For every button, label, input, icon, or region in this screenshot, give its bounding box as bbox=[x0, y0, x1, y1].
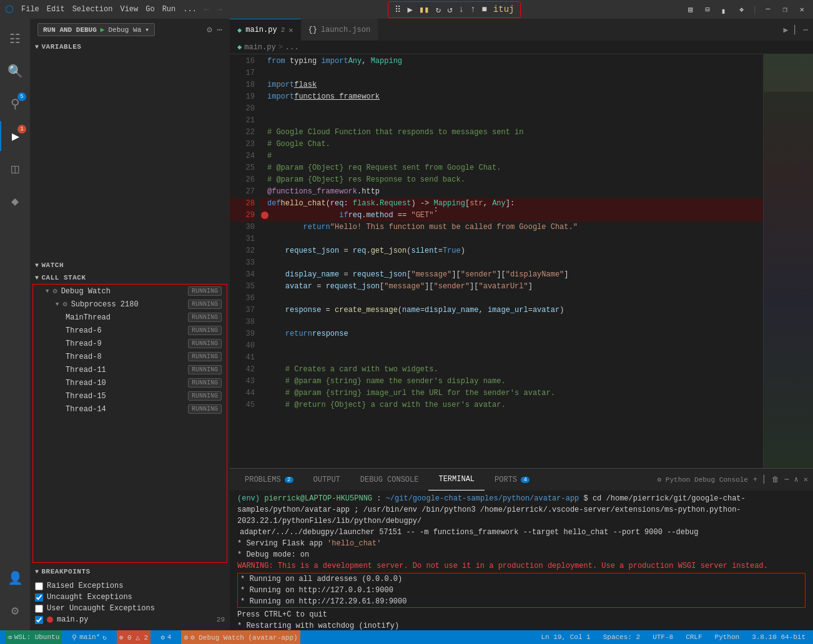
customize-layout-button[interactable]: ❖ bbox=[736, 4, 747, 16]
minimize-button[interactable]: ─ bbox=[762, 4, 774, 15]
maximize-button[interactable]: ❐ bbox=[779, 4, 791, 16]
terminal-more-button[interactable]: ⋯ bbox=[784, 475, 789, 484]
nav-back-button[interactable]: ← bbox=[202, 3, 212, 16]
new-terminal-button[interactable]: + bbox=[753, 476, 757, 484]
run-code-button[interactable]: ▶ bbox=[784, 25, 789, 35]
terminal-maximize-button[interactable]: ∧ bbox=[794, 475, 799, 484]
terminal-line-3: * Serving Flask app 'hello_chat' bbox=[237, 538, 806, 549]
callstack-item-thread6[interactable]: Thread-6 RUNNING bbox=[33, 324, 227, 337]
panel-tab-terminal[interactable]: TERMINAL bbox=[428, 469, 485, 490]
breakpoints-section-header[interactable]: ▼ BREAKPOINTS bbox=[30, 565, 230, 578]
debug-step-over-button[interactable]: ↺ bbox=[445, 3, 455, 16]
panel-tab-output[interactable]: OUTPUT bbox=[303, 469, 350, 490]
status-position[interactable]: Ln 19, Col 1 bbox=[539, 630, 593, 644]
raised-exceptions-checkbox[interactable] bbox=[35, 582, 43, 590]
menu-run[interactable]: Run bbox=[162, 5, 176, 14]
panel-tab-ports[interactable]: PORTS 4 bbox=[485, 469, 540, 490]
callstack-item-thread15[interactable]: Thread-15 RUNNING bbox=[33, 389, 227, 402]
terminal-close-button[interactable]: ✕ bbox=[804, 475, 808, 484]
status-python-version[interactable]: 3.8.10 64-bit bbox=[749, 630, 808, 644]
tab-main-py[interactable]: ◆ main.py 2 ✕ bbox=[230, 19, 301, 41]
status-language[interactable]: Python bbox=[712, 630, 742, 644]
source-control-badge: 5 bbox=[17, 92, 26, 101]
debug-step-out-button[interactable]: ↑ bbox=[468, 3, 478, 16]
thread11-status-badge: RUNNING bbox=[188, 365, 222, 374]
code-content[interactable]: from typing import Any, Mapping import f… bbox=[260, 54, 763, 468]
debug-restart-button[interactable]: ↻ bbox=[433, 3, 443, 16]
callstack-item-mainthread[interactable]: MainThread RUNNING bbox=[33, 311, 227, 324]
menu-edit[interactable]: Edit bbox=[47, 5, 65, 14]
watch-section-header[interactable]: ▼ WATCH bbox=[30, 259, 230, 271]
menu-go[interactable]: Go bbox=[145, 5, 154, 14]
callstack-section: ▼ CALL STACK ▼ ⚙ Debug Watch RUNNING ▼ ⚙ bbox=[30, 271, 230, 565]
code-line-31 bbox=[260, 233, 763, 245]
status-line-ending[interactable]: CRLF bbox=[683, 630, 704, 644]
activity-item-source-control[interactable]: ⚲ 5 bbox=[0, 89, 30, 119]
menu-bar: File Edit Selection View Go Run ... bbox=[21, 5, 197, 14]
title-bar-right: ▤ ⊟ ▖ ❖ | ─ ❐ ✕ bbox=[684, 4, 808, 16]
terminal-split-button[interactable]: ⎢ bbox=[762, 475, 767, 484]
callstack-item-debug-watch[interactable]: ▼ ⚙ Debug Watch RUNNING bbox=[33, 285, 227, 298]
callstack-item-thread8[interactable]: Thread-8 RUNNING bbox=[33, 350, 227, 363]
panel-tab-debug-console[interactable]: DEBUG CONSOLE bbox=[350, 469, 429, 490]
callstack-item-thread9[interactable]: Thread-9 RUNNING bbox=[33, 337, 227, 350]
activity-item-run-debug[interactable]: ▶ 1 bbox=[0, 121, 30, 151]
activity-item-extensions[interactable]: ◫ bbox=[0, 154, 30, 183]
status-debug[interactable]: ⚙ ⚙ Debug Watch (avatar-app) bbox=[181, 630, 300, 644]
callstack-item-thread10[interactable]: Thread-10 RUNNING bbox=[33, 376, 227, 389]
callstack-item-subprocess[interactable]: ▼ ⚙ Subprocess 2180 RUNNING bbox=[33, 298, 227, 311]
split-editor-button[interactable]: ▖ bbox=[719, 4, 731, 16]
code-line-44: # @param {string} image_url the URL for … bbox=[260, 388, 763, 399]
minimap-highlight bbox=[764, 54, 813, 92]
editor-top-bar: ◆ main.py 2 ✕ {} launch.json ▶ ⎢ ⋯ bbox=[230, 19, 813, 41]
layout-toggle-button[interactable]: ▤ bbox=[684, 4, 696, 16]
debug-continue-button[interactable]: ▶ bbox=[405, 3, 415, 16]
code-line-21 bbox=[260, 115, 763, 127]
user-uncaught-exceptions-checkbox[interactable] bbox=[35, 605, 43, 613]
uncaught-exceptions-checkbox[interactable] bbox=[35, 593, 43, 602]
callstack-item-thread11[interactable]: Thread-11 RUNNING bbox=[33, 363, 227, 376]
breadcrumb-path[interactable]: ... bbox=[285, 43, 299, 52]
search-icon: 🔍 bbox=[7, 64, 23, 79]
activity-item-remote[interactable]: ◆ bbox=[0, 186, 30, 216]
variables-section-header[interactable]: ▼ VARIABLES bbox=[30, 41, 230, 53]
menu-file[interactable]: File bbox=[21, 5, 39, 14]
status-branch[interactable]: ⚲ main* ↻ bbox=[69, 630, 109, 644]
activity-item-explorer[interactable]: ☷ bbox=[0, 24, 30, 54]
menu-selection[interactable]: Selection bbox=[72, 5, 113, 14]
status-encoding[interactable]: UTF-8 bbox=[650, 630, 676, 644]
tab-launch-json[interactable]: {} launch.json bbox=[301, 19, 378, 41]
status-spaces[interactable]: Spaces: 2 bbox=[601, 630, 643, 644]
vscode-logo-icon: ⬡ bbox=[5, 3, 14, 16]
run-and-debug-button[interactable]: RUN AND DEBUG ▶ Debug Wa ▾ bbox=[37, 23, 155, 36]
debug-step-into-button[interactable]: ↓ bbox=[456, 3, 466, 16]
split-editor-right-button[interactable]: ⎢ bbox=[793, 25, 798, 35]
terminal-trash-button[interactable]: 🗑 bbox=[772, 475, 779, 484]
main-py-breakpoint-checkbox[interactable] bbox=[35, 616, 43, 624]
close-button[interactable]: ✕ bbox=[796, 4, 808, 16]
tab-main-py-close-button[interactable]: ✕ bbox=[288, 26, 293, 35]
callstack-section-header[interactable]: ▼ CALL STACK bbox=[30, 271, 230, 284]
panel-tab-problems[interactable]: PROBLEMS 2 bbox=[235, 469, 303, 490]
activity-item-search[interactable]: 🔍 bbox=[0, 56, 30, 86]
more-options-icon[interactable]: ⋯ bbox=[217, 24, 222, 35]
activity-item-account[interactable]: 👤 bbox=[0, 563, 30, 593]
menu-more[interactable]: ... bbox=[183, 5, 197, 14]
callstack-item-thread14[interactable]: Thread-14 RUNNING bbox=[33, 402, 227, 416]
subprocess-name: Subprocess 2180 bbox=[71, 300, 139, 309]
run-debug-badge: 1 bbox=[17, 125, 26, 134]
status-errors[interactable]: ⊗ 0 △ 2 bbox=[117, 630, 150, 644]
activity-item-settings[interactable]: ⚙ bbox=[0, 595, 30, 625]
more-actions-button[interactable]: ⋯ bbox=[803, 25, 808, 35]
status-remote[interactable]: ⌫ WSL: Ubuntu bbox=[5, 630, 62, 644]
debug-stop-button[interactable]: ■ bbox=[479, 3, 489, 16]
breadcrumb-file[interactable]: main.py bbox=[244, 43, 275, 52]
settings-gear-icon[interactable]: ⚙ bbox=[207, 24, 212, 35]
code-line-17 bbox=[260, 67, 763, 79]
sidebar-toggle-button[interactable]: ⊟ bbox=[701, 4, 713, 16]
nav-forward-button[interactable]: → bbox=[214, 3, 224, 16]
menu-view[interactable]: View bbox=[120, 5, 138, 14]
debug-pause-button[interactable]: ▮▮ bbox=[416, 3, 432, 16]
terminal-content[interactable]: (env) pierrick@LAPTOP-HKU5PNNG : ~/git/g… bbox=[230, 490, 813, 630]
status-workers[interactable]: ⚙ 4 bbox=[158, 630, 174, 644]
